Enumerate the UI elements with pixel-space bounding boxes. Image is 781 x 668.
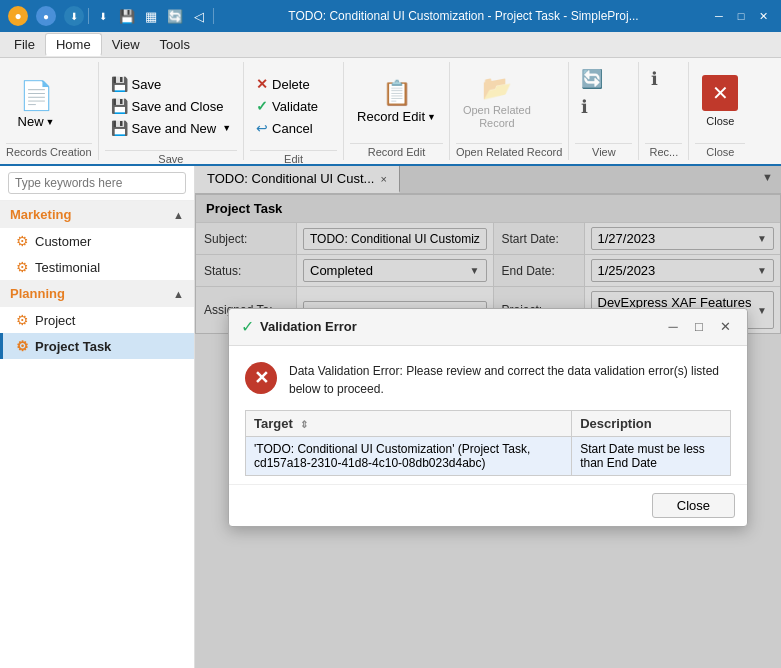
save-new-button[interactable]: 💾 Save and New ▼ (105, 118, 237, 138)
close-ribbon-icon: ✕ (702, 75, 738, 111)
dialog-close-button[interactable]: ✕ (715, 317, 735, 337)
refresh-icon: 🔄 (581, 68, 603, 90)
new-label-text: New (18, 114, 44, 129)
record-edit-button[interactable]: 📋 Record Edit ▼ (350, 66, 443, 138)
customer-icon: ⚙ (16, 233, 29, 249)
sidebar-item-customer[interactable]: ⚙ Customer (0, 228, 194, 254)
dialog-error-row: ✕ Data Validation Error: Please review a… (245, 362, 731, 398)
title-text: TODO: Conditional UI Customization - Pro… (218, 9, 709, 23)
dialog-title-text: Validation Error (260, 319, 657, 334)
sidebar-item-project[interactable]: ⚙ Project (0, 307, 194, 333)
new-button-label: New ▼ (18, 114, 55, 129)
records-creation-label: Records Creation (6, 143, 92, 160)
title-bar-app-icons: ● ● ⬇ (8, 6, 84, 26)
validate-label: Validate (272, 99, 318, 114)
ribbon-group-save: 💾 Save 💾 Save and Close 💾 Save and New ▼… (99, 62, 244, 160)
cancel-button[interactable]: ↩ Cancel (250, 118, 324, 138)
nav-history-icon: ⬇ (93, 6, 113, 26)
dialog-maximize-button[interactable]: □ (689, 317, 709, 337)
save-button[interactable]: 💾 Save (105, 74, 237, 94)
dialog-title-checkmark-icon: ✓ (241, 317, 254, 336)
save-close-label: Save and Close (132, 99, 224, 114)
menu-tools[interactable]: Tools (150, 34, 200, 55)
nav-save-icon[interactable]: 💾 (117, 6, 137, 26)
title-divider (88, 8, 89, 24)
ribbon-group-rec: ℹ Rec... (639, 62, 689, 160)
description-cell: Start Date must be less than End Date (572, 436, 731, 475)
save-group-label: Save (105, 150, 237, 167)
nav-back-icon[interactable]: ◁ (189, 6, 209, 26)
ribbon-group-close: ✕ Close Close (689, 62, 751, 160)
target-sort-icon[interactable]: ⇕ (300, 419, 308, 430)
maximize-button[interactable]: □ (731, 6, 751, 26)
description-header-text: Description (580, 416, 652, 431)
target-cell: 'TODO: Conditional UI Customization' (Pr… (246, 436, 572, 475)
close-button[interactable]: ✕ (753, 6, 773, 26)
info-icon: ℹ (581, 96, 588, 118)
title-nav: ⬇ 💾 ▦ 🔄 ◁ (93, 6, 209, 26)
title-divider2 (213, 8, 214, 24)
marketing-chevron: ▲ (173, 209, 184, 221)
edit-group-label: Edit (250, 150, 337, 167)
cancel-label: Cancel (272, 121, 312, 136)
dialog-titlebar: ✓ Validation Error ─ □ ✕ (229, 309, 747, 346)
dialog-close-button[interactable]: Close (652, 493, 735, 518)
record-edit-text: Record Edit (357, 109, 425, 124)
sidebar-group-planning[interactable]: Planning ▲ (0, 280, 194, 307)
project-icon: ⚙ (16, 312, 29, 328)
main-area: Marketing ▲ ⚙ Customer ⚙ Testimonial Pla… (0, 166, 781, 668)
new-button-icon: 📄 (19, 79, 54, 112)
nav-refresh-icon[interactable]: 🔄 (165, 6, 185, 26)
save-label: Save (132, 77, 162, 92)
save-buttons-column: 💾 Save 💾 Save and Close 💾 Save and New ▼ (105, 66, 237, 146)
open-related-button[interactable]: 📂 Open RelatedRecord (456, 66, 538, 138)
delete-icon: ✕ (256, 76, 268, 92)
menu-home[interactable]: Home (45, 33, 102, 56)
save-icon: 💾 (111, 76, 128, 92)
dialog-footer: Close (229, 484, 747, 526)
sidebar-item-project-task[interactable]: ⚙ Project Task (0, 333, 194, 359)
view-group-label: View (575, 143, 632, 160)
ribbon-group-record-edit: 📋 Record Edit ▼ Record Edit (344, 62, 450, 160)
delete-button[interactable]: ✕ Delete (250, 74, 324, 94)
project-task-label: Project Task (35, 339, 111, 354)
save-new-label: Save and New (132, 121, 217, 136)
save-content: 💾 Save 💾 Save and Close 💾 Save and New ▼ (105, 62, 237, 150)
view-info-button[interactable]: ℹ (575, 94, 594, 120)
app-icon-dark: ⬇ (64, 6, 84, 26)
rec-button[interactable]: ℹ (645, 66, 664, 92)
save-new-dropdown-icon: ▼ (222, 123, 231, 133)
records-creation-content: 📄 New ▼ (6, 62, 92, 143)
minimize-button[interactable]: ─ (709, 6, 729, 26)
dialog-minimize-button[interactable]: ─ (663, 317, 683, 337)
search-input[interactable] (8, 172, 186, 194)
validate-button[interactable]: ✓ Validate (250, 96, 324, 116)
testimonial-icon: ⚙ (16, 259, 29, 275)
view-refresh-button[interactable]: 🔄 (575, 66, 609, 92)
content-area: TODO: Conditional UI Cust... × ▼ Project… (195, 166, 781, 668)
customer-label: Customer (35, 234, 91, 249)
edit-content: ✕ Delete ✓ Validate ↩ Cancel (250, 62, 337, 150)
sidebar-group-marketing[interactable]: Marketing ▲ (0, 201, 194, 228)
menu-view[interactable]: View (102, 34, 150, 55)
record-edit-label: Record Edit ▼ (357, 109, 436, 124)
sidebar: Marketing ▲ ⚙ Customer ⚙ Testimonial Pla… (0, 166, 195, 668)
dialog-overlay: ✓ Validation Error ─ □ ✕ ✕ Data Validati… (195, 166, 781, 668)
open-related-icon: 📂 (482, 74, 512, 102)
project-label: Project (35, 313, 75, 328)
ribbon-group-records-creation: 📄 New ▼ Records Creation (0, 62, 99, 160)
nav-grid-icon[interactable]: ▦ (141, 6, 161, 26)
testimonial-label: Testimonial (35, 260, 100, 275)
menu-file[interactable]: File (4, 34, 45, 55)
save-close-button[interactable]: 💾 Save and Close (105, 96, 237, 116)
validation-error-dialog: ✓ Validation Error ─ □ ✕ ✕ Data Validati… (228, 308, 748, 527)
record-edit-icon: 📋 (382, 79, 412, 107)
new-button[interactable]: 📄 New ▼ (6, 66, 66, 138)
window-controls: ─ □ ✕ (709, 6, 773, 26)
project-task-icon: ⚙ (16, 338, 29, 354)
cancel-icon: ↩ (256, 120, 268, 136)
close-ribbon-button[interactable]: ✕ Close (695, 66, 745, 138)
sidebar-item-testimonial[interactable]: ⚙ Testimonial (0, 254, 194, 280)
app-icon-orange: ● (8, 6, 28, 26)
record-edit-dropdown-icon: ▼ (427, 112, 436, 122)
